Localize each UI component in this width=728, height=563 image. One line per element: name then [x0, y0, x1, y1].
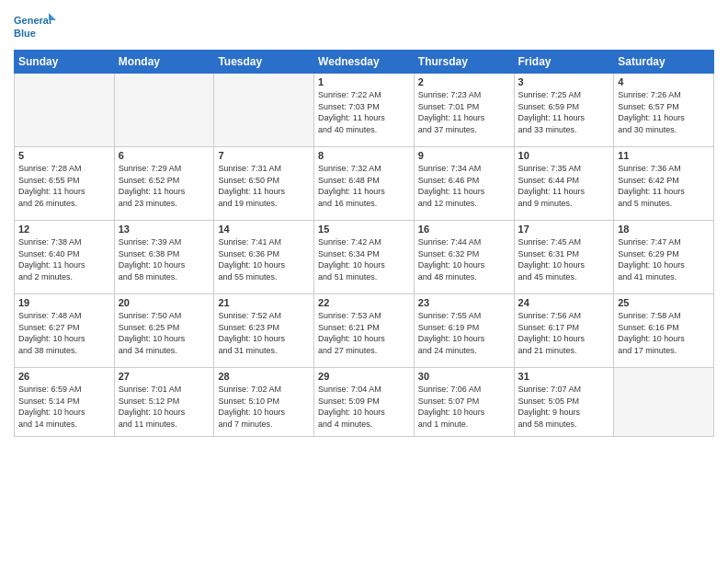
calendar-cell: [114, 74, 214, 147]
logo-svg: General Blue: [14, 9, 60, 44]
day-info: Sunrise: 7:53 AM Sunset: 6:21 PM Dayligh…: [318, 310, 410, 356]
day-info: Sunrise: 7:04 AM Sunset: 5:09 PM Dayligh…: [318, 384, 410, 430]
day-info: Sunrise: 7:26 AM Sunset: 6:57 PM Dayligh…: [618, 89, 710, 135]
calendar-cell: 7Sunrise: 7:31 AM Sunset: 6:50 PM Daylig…: [214, 147, 314, 221]
calendar-cell: 18Sunrise: 7:47 AM Sunset: 6:29 PM Dayli…: [614, 221, 714, 294]
day-info: Sunrise: 7:41 AM Sunset: 6:36 PM Dayligh…: [218, 236, 310, 282]
day-number: 29: [318, 371, 410, 382]
day-number: 9: [418, 150, 510, 161]
calendar-cell: 24Sunrise: 7:56 AM Sunset: 6:17 PM Dayli…: [514, 294, 614, 368]
calendar-cell: [15, 74, 115, 147]
calendar-cell: 21Sunrise: 7:52 AM Sunset: 6:23 PM Dayli…: [214, 294, 314, 368]
calendar-cell: 10Sunrise: 7:35 AM Sunset: 6:44 PM Dayli…: [514, 147, 614, 221]
day-info: Sunrise: 6:59 AM Sunset: 5:14 PM Dayligh…: [18, 384, 110, 430]
calendar-cell: 30Sunrise: 7:06 AM Sunset: 5:07 PM Dayli…: [414, 368, 514, 437]
day-info: Sunrise: 7:52 AM Sunset: 6:23 PM Dayligh…: [218, 310, 310, 356]
calendar-cell: 16Sunrise: 7:44 AM Sunset: 6:32 PM Dayli…: [414, 221, 514, 294]
day-number: 2: [418, 76, 510, 87]
calendar-cell: 1Sunrise: 7:22 AM Sunset: 7:03 PM Daylig…: [314, 74, 415, 147]
calendar-cell: 9Sunrise: 7:34 AM Sunset: 6:46 PM Daylig…: [414, 147, 514, 221]
day-info: Sunrise: 7:55 AM Sunset: 6:19 PM Dayligh…: [418, 310, 510, 356]
calendar-cell: 20Sunrise: 7:50 AM Sunset: 6:25 PM Dayli…: [114, 294, 214, 368]
calendar-cell: 5Sunrise: 7:28 AM Sunset: 6:55 PM Daylig…: [15, 147, 115, 221]
day-number: 4: [618, 76, 710, 87]
calendar: SundayMondayTuesdayWednesdayThursdayFrid…: [14, 50, 714, 437]
day-info: Sunrise: 7:58 AM Sunset: 6:16 PM Dayligh…: [618, 310, 710, 356]
day-number: 5: [18, 150, 110, 161]
calendar-cell: 12Sunrise: 7:38 AM Sunset: 6:40 PM Dayli…: [15, 221, 115, 294]
day-number: 10: [518, 150, 610, 161]
calendar-cell: 15Sunrise: 7:42 AM Sunset: 6:34 PM Dayli…: [314, 221, 415, 294]
calendar-cell: 26Sunrise: 6:59 AM Sunset: 5:14 PM Dayli…: [15, 368, 115, 437]
day-number: 26: [18, 371, 110, 382]
svg-text:Blue: Blue: [14, 28, 36, 39]
calendar-cell: 4Sunrise: 7:26 AM Sunset: 6:57 PM Daylig…: [614, 74, 714, 147]
calendar-cell: 23Sunrise: 7:55 AM Sunset: 6:19 PM Dayli…: [414, 294, 514, 368]
weekday-header: Monday: [114, 51, 214, 74]
day-info: Sunrise: 7:31 AM Sunset: 6:50 PM Dayligh…: [218, 163, 310, 209]
day-info: Sunrise: 7:35 AM Sunset: 6:44 PM Dayligh…: [518, 163, 610, 209]
calendar-cell: 13Sunrise: 7:39 AM Sunset: 6:38 PM Dayli…: [114, 221, 214, 294]
weekday-header: Saturday: [614, 51, 714, 74]
day-number: 19: [18, 297, 110, 308]
day-info: Sunrise: 7:02 AM Sunset: 5:10 PM Dayligh…: [218, 384, 310, 430]
calendar-header-row: SundayMondayTuesdayWednesdayThursdayFrid…: [15, 51, 714, 74]
calendar-week-row: 26Sunrise: 6:59 AM Sunset: 5:14 PM Dayli…: [15, 368, 714, 437]
calendar-cell: 31Sunrise: 7:07 AM Sunset: 5:05 PM Dayli…: [514, 368, 614, 437]
day-info: Sunrise: 7:36 AM Sunset: 6:42 PM Dayligh…: [618, 163, 710, 209]
calendar-cell: 27Sunrise: 7:01 AM Sunset: 5:12 PM Dayli…: [114, 368, 214, 437]
weekday-header: Thursday: [414, 51, 514, 74]
day-number: 11: [618, 150, 710, 161]
weekday-header: Wednesday: [314, 51, 415, 74]
day-info: Sunrise: 7:29 AM Sunset: 6:52 PM Dayligh…: [119, 163, 210, 209]
day-number: 1: [318, 76, 410, 87]
calendar-cell: 8Sunrise: 7:32 AM Sunset: 6:48 PM Daylig…: [314, 147, 415, 221]
day-number: 16: [418, 224, 510, 235]
calendar-cell: [614, 368, 714, 437]
calendar-cell: 2Sunrise: 7:23 AM Sunset: 7:01 PM Daylig…: [414, 74, 514, 147]
day-info: Sunrise: 7:06 AM Sunset: 5:07 PM Dayligh…: [418, 384, 510, 430]
calendar-week-row: 1Sunrise: 7:22 AM Sunset: 7:03 PM Daylig…: [15, 74, 714, 147]
day-info: Sunrise: 7:42 AM Sunset: 6:34 PM Dayligh…: [318, 236, 410, 282]
day-number: 15: [318, 224, 410, 235]
day-info: Sunrise: 7:22 AM Sunset: 7:03 PM Dayligh…: [318, 89, 410, 135]
calendar-cell: 11Sunrise: 7:36 AM Sunset: 6:42 PM Dayli…: [614, 147, 714, 221]
page: General Blue SundayMondayTuesdayWednesda…: [0, 0, 728, 563]
day-info: Sunrise: 7:23 AM Sunset: 7:01 PM Dayligh…: [418, 89, 510, 135]
day-info: Sunrise: 7:39 AM Sunset: 6:38 PM Dayligh…: [119, 236, 210, 282]
calendar-cell: 19Sunrise: 7:48 AM Sunset: 6:27 PM Dayli…: [15, 294, 115, 368]
calendar-cell: 28Sunrise: 7:02 AM Sunset: 5:10 PM Dayli…: [214, 368, 314, 437]
header: General Blue: [14, 9, 714, 44]
calendar-week-row: 19Sunrise: 7:48 AM Sunset: 6:27 PM Dayli…: [15, 294, 714, 368]
day-info: Sunrise: 7:25 AM Sunset: 6:59 PM Dayligh…: [518, 89, 610, 135]
svg-text:General: General: [14, 15, 51, 26]
day-number: 14: [218, 224, 310, 235]
calendar-cell: 6Sunrise: 7:29 AM Sunset: 6:52 PM Daylig…: [114, 147, 214, 221]
day-number: 24: [518, 297, 610, 308]
day-number: 25: [618, 297, 710, 308]
day-info: Sunrise: 7:50 AM Sunset: 6:25 PM Dayligh…: [119, 310, 210, 356]
calendar-week-row: 5Sunrise: 7:28 AM Sunset: 6:55 PM Daylig…: [15, 147, 714, 221]
day-info: Sunrise: 7:01 AM Sunset: 5:12 PM Dayligh…: [119, 384, 210, 430]
day-info: Sunrise: 7:38 AM Sunset: 6:40 PM Dayligh…: [18, 236, 110, 282]
day-number: 30: [418, 371, 510, 382]
day-number: 31: [518, 371, 610, 382]
day-number: 7: [218, 150, 310, 161]
calendar-cell: 14Sunrise: 7:41 AM Sunset: 6:36 PM Dayli…: [214, 221, 314, 294]
day-number: 27: [119, 371, 210, 382]
calendar-cell: 17Sunrise: 7:45 AM Sunset: 6:31 PM Dayli…: [514, 221, 614, 294]
day-number: 28: [218, 371, 310, 382]
day-info: Sunrise: 7:45 AM Sunset: 6:31 PM Dayligh…: [518, 236, 610, 282]
day-number: 22: [318, 297, 410, 308]
calendar-cell: 3Sunrise: 7:25 AM Sunset: 6:59 PM Daylig…: [514, 74, 614, 147]
day-info: Sunrise: 7:34 AM Sunset: 6:46 PM Dayligh…: [418, 163, 510, 209]
calendar-cell: 25Sunrise: 7:58 AM Sunset: 6:16 PM Dayli…: [614, 294, 714, 368]
calendar-cell: 29Sunrise: 7:04 AM Sunset: 5:09 PM Dayli…: [314, 368, 415, 437]
calendar-cell: 22Sunrise: 7:53 AM Sunset: 6:21 PM Dayli…: [314, 294, 415, 368]
day-info: Sunrise: 7:32 AM Sunset: 6:48 PM Dayligh…: [318, 163, 410, 209]
weekday-header: Friday: [514, 51, 614, 74]
day-number: 20: [119, 297, 210, 308]
day-info: Sunrise: 7:48 AM Sunset: 6:27 PM Dayligh…: [18, 310, 110, 356]
day-number: 17: [518, 224, 610, 235]
day-number: 6: [119, 150, 210, 161]
